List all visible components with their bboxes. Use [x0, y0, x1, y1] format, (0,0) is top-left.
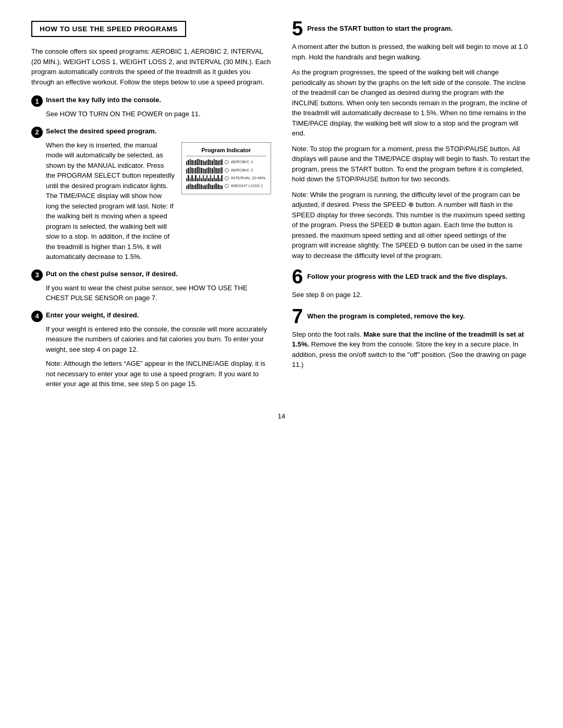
step-2-header: 2 Select the desired speed program. — [31, 127, 271, 138]
step-2-title: Select the desired speed program. — [46, 127, 156, 136]
step-5-para2: As the program progresses, the speed of … — [292, 67, 532, 139]
step-5-number: 5 — [292, 19, 303, 39]
step-6-title: Follow your progress with the LED track … — [307, 269, 507, 281]
step-3: 3 Put on the chest pulse sensor, if desi… — [31, 269, 271, 303]
step-2-para: When the key is inserted, the manual mod… — [46, 140, 175, 262]
program-indicator-title: Program Indicator — [186, 146, 266, 157]
step-5-title: Press the START button to start the prog… — [307, 21, 452, 33]
step-2-number: 2 — [31, 127, 43, 138]
step-1-title: Insert the key fully into the console. — [46, 95, 161, 105]
step-6-number: 6 — [292, 267, 303, 287]
step-4-text2: Note: Although the letters “AGE” appear … — [46, 359, 271, 389]
section-title-box: HOW TO USE THE SPEED PROGRAMS — [31, 21, 186, 37]
step-4: 4 Enter your weight, if desired. If your… — [31, 311, 271, 389]
pi-dot-weightloss1 — [225, 184, 229, 188]
step-2: 2 Select the desired speed program. When… — [31, 127, 271, 262]
pi-row-weightloss1: WEIGHT LOSS 1 — [186, 183, 266, 189]
step-7-header: 7 When the program is completed, remove … — [292, 309, 532, 326]
step-5: 5 Press the START button to start the pr… — [292, 21, 532, 261]
step-7-title: When the program is completed, remove th… — [307, 309, 464, 321]
step-5-para4: Note: While the program is running, the … — [292, 190, 532, 261]
step-7-body: Step onto the foot rails. Make sure that… — [292, 329, 532, 370]
left-column: HOW TO USE THE SPEED PROGRAMS The consol… — [31, 21, 271, 397]
step-6-para1: See step 8 on page 12. — [292, 290, 532, 300]
page-number: 14 — [31, 412, 532, 420]
step-4-title: Enter your weight, if desired. — [46, 311, 139, 320]
pi-dot-interval20 — [225, 176, 229, 180]
page: HOW TO USE THE SPEED PROGRAMS The consol… — [0, 0, 563, 728]
pi-dot-aerobic2 — [225, 168, 229, 172]
step-3-number: 3 — [31, 269, 43, 281]
pi-label-weightloss1: WEIGHT LOSS 1 — [231, 183, 263, 189]
step-4-number: 4 — [31, 311, 43, 322]
right-column: 5 Press the START button to start the pr… — [292, 21, 532, 397]
step-7: 7 When the program is completed, remove … — [292, 309, 532, 370]
pi-dot-aerobic1 — [225, 160, 229, 164]
step-3-title: Put on the chest pulse sensor, if desire… — [46, 269, 178, 279]
step-7-para1: Step onto the foot rails. Make sure that… — [292, 329, 532, 370]
step-1-header: 1 Insert the key fully into the console. — [31, 95, 271, 107]
step-5-para1: A moment after the button is pressed, th… — [292, 42, 532, 62]
step-5-body: A moment after the button is pressed, th… — [292, 42, 532, 261]
step-2-content: When the key is inserted, the manual mod… — [46, 140, 271, 262]
step-4-body: If your weight is entered into the conso… — [46, 324, 271, 389]
pi-label-aerobic1: AEROBIC 1 — [231, 159, 253, 165]
step-2-text: When the key is inserted, the manual mod… — [46, 140, 175, 262]
step-5-header: 5 Press the START button to start the pr… — [292, 21, 532, 39]
step-1-number: 1 — [31, 95, 43, 107]
pi-label-aerobic2: AEROBIC 2 — [231, 167, 253, 174]
step-3-header: 3 Put on the chest pulse sensor, if desi… — [31, 269, 271, 281]
step-6-body: See step 8 on page 12. — [292, 290, 532, 300]
pi-label-interval20: INTERVAL 20 MIN. — [231, 175, 266, 181]
step-6: 6 Follow your progress with the LED trac… — [292, 269, 532, 300]
program-indicator-diagram: Program Indicator AEROBIC 1 — [181, 142, 271, 195]
pi-bars-interval20 — [186, 175, 223, 181]
step-1: 1 Insert the key fully into the console.… — [31, 95, 271, 119]
step-1-body: See HOW TO TURN ON THE POWER on page 11. — [46, 109, 271, 119]
step-4-header: 4 Enter your weight, if desired. — [31, 311, 271, 322]
pi-bars-weightloss1 — [186, 183, 223, 189]
pi-bars-aerobic1 — [186, 159, 223, 165]
step-7-number: 7 — [292, 306, 303, 326]
intro-paragraph: The console offers six speed programs: A… — [31, 46, 271, 87]
pi-bars-aerobic2 — [186, 167, 223, 174]
pi-row-aerobic1: AEROBIC 1 — [186, 159, 266, 165]
step-5-para3: Note: To stop the program for a moment, … — [292, 144, 532, 184]
pi-row-aerobic2: AEROBIC 2 — [186, 167, 266, 174]
step-2-body: When the key is inserted, the manual mod… — [46, 140, 271, 262]
section-title: HOW TO USE THE SPEED PROGRAMS — [40, 25, 178, 33]
step-3-body: If you want to wear the chest pulse sens… — [46, 283, 271, 303]
step-3-text: If you want to wear the chest pulse sens… — [46, 283, 271, 303]
pi-row-interval20: INTERVAL 20 MIN. — [186, 175, 266, 181]
step-6-header: 6 Follow your progress with the LED trac… — [292, 269, 532, 287]
step-7-bold: Make sure that the incline of the treadm… — [292, 330, 524, 349]
step-4-text1: If your weight is entered into the conso… — [46, 324, 271, 355]
step-1-text: See HOW TO TURN ON THE POWER on page 11. — [46, 109, 271, 119]
